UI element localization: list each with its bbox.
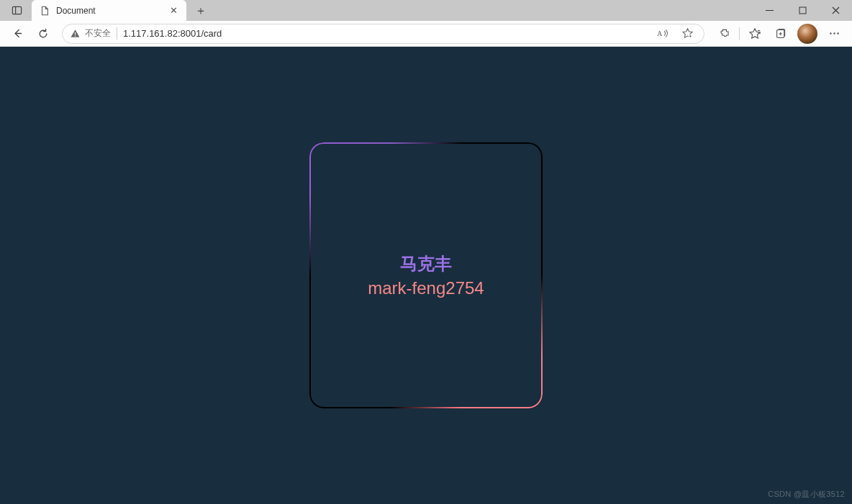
address-bar[interactable]: 不安全 1.117.161.82:8001/card A	[62, 24, 704, 44]
card-border	[309, 142, 543, 408]
svg-rect-7	[75, 32, 76, 35]
separator	[739, 27, 740, 40]
tab-strip: Document ✕ ＋	[0, 0, 211, 21]
favorites-button[interactable]	[743, 22, 767, 45]
more-button[interactable]	[822, 22, 846, 45]
tab-actions-button[interactable]	[4, 0, 29, 21]
svg-rect-0	[12, 6, 21, 14]
minimize-button[interactable]	[753, 0, 786, 21]
svg-rect-8	[75, 36, 76, 37]
new-tab-button[interactable]: ＋	[191, 1, 211, 21]
toolbar-actions	[712, 22, 846, 45]
titlebar: Document ✕ ＋	[0, 0, 852, 21]
svg-text:A: A	[657, 29, 663, 37]
close-tab-button[interactable]: ✕	[168, 5, 179, 17]
toolbar: 不安全 1.117.161.82:8001/card A	[0, 21, 852, 47]
maximize-button[interactable]	[786, 0, 819, 21]
svg-point-17	[833, 32, 835, 34]
watermark: CSDN @皿小板3512	[768, 489, 845, 500]
browser-tab[interactable]: Document ✕	[32, 0, 186, 21]
window-controls	[753, 0, 852, 21]
profile-card: 马克丰 mark-feng2754	[309, 142, 543, 408]
page-viewport: 马克丰 mark-feng2754 CSDN @皿小板3512	[0, 47, 852, 504]
card-name: 马克丰	[400, 252, 452, 275]
url-text: 1.117.161.82:8001/card	[123, 28, 648, 39]
extensions-button[interactable]	[712, 22, 736, 45]
refresh-button[interactable]	[32, 22, 55, 45]
tab-title: Document	[56, 6, 162, 16]
page-icon	[39, 5, 50, 17]
favorite-button[interactable]	[678, 22, 697, 45]
collections-button[interactable]	[769, 22, 793, 45]
svg-point-18	[837, 32, 838, 34]
warning-icon	[70, 28, 81, 39]
card-handle: mark-feng2754	[368, 278, 484, 298]
read-aloud-button[interactable]: A	[653, 22, 672, 45]
security-label: 不安全	[85, 27, 111, 40]
security-indicator[interactable]: 不安全	[70, 27, 117, 40]
profile-avatar[interactable]	[797, 24, 817, 44]
svg-rect-3	[799, 7, 806, 14]
back-button[interactable]	[6, 22, 29, 45]
svg-point-16	[830, 32, 831, 34]
close-window-button[interactable]	[819, 0, 852, 21]
